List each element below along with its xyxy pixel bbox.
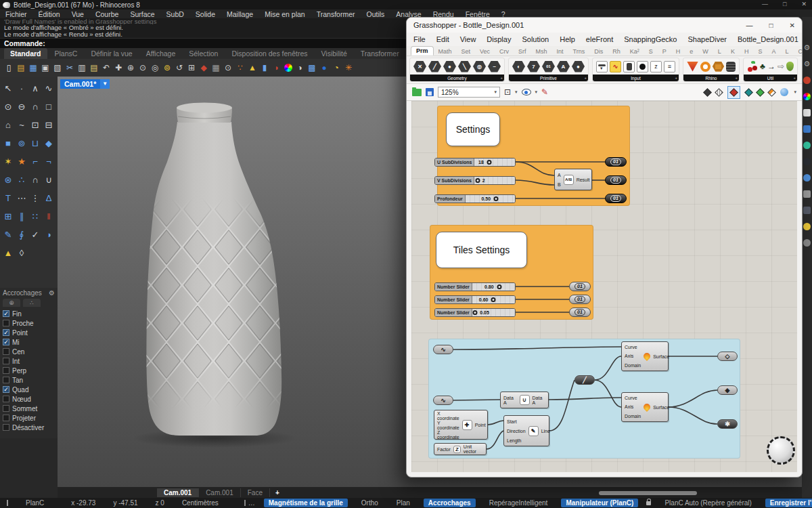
toolbar-icon[interactable]: ⊞: [187, 63, 196, 72]
unit-vector-component[interactable]: Factor Z Unit vector: [434, 443, 487, 455]
zoom-level-dropdown[interactable]: 125% ▾: [438, 87, 500, 98]
snap-checkbox[interactable]: [3, 377, 9, 383]
sketch-tool-icon[interactable]: ✎: [541, 87, 548, 97]
viewport-tab[interactable]: Cam.001: [199, 488, 241, 497]
tool-icon[interactable]: ↖: [1, 79, 15, 98]
snap-checkbox[interactable]: [3, 405, 9, 412]
gh-category-tab[interactable]: Ka²: [625, 47, 644, 56]
tool-icon[interactable]: ¬: [42, 152, 55, 171]
rhino-toolbar-tab[interactable]: PlansC: [49, 48, 84, 59]
component-icon[interactable]: [726, 62, 736, 72]
shaded-gem-selected[interactable]: [727, 86, 740, 99]
input-domain[interactable]: Domain: [625, 363, 641, 368]
status-button[interactable]: Magnétisme de la grille: [264, 499, 348, 507]
component-icon[interactable]: ≡: [664, 61, 675, 72]
rhino-menu-item[interactable]: Mise en plan: [265, 10, 305, 18]
tool-icon[interactable]: □: [42, 98, 55, 116]
gh-category-tab[interactable]: Rh: [608, 47, 625, 56]
status-button[interactable]: Manipulateur (PlanC): [561, 499, 638, 507]
layer-color-swatch[interactable]: [244, 500, 246, 506]
toolbar-icon[interactable]: ▦: [28, 63, 38, 72]
gh-category-tab[interactable]: W: [698, 47, 713, 56]
rhino-menu-item[interactable]: Courbe: [95, 10, 118, 18]
toolbar-icon[interactable]: ▧: [53, 63, 62, 72]
gh-category-tab[interactable]: Msh: [531, 47, 552, 56]
tool-icon[interactable]: ~: [15, 116, 28, 134]
chevron-down-icon[interactable]: ▼: [100, 79, 110, 89]
component-icon[interactable]: ╲: [458, 61, 471, 72]
tool-icon[interactable]: ◆: [42, 134, 55, 152]
output-surface[interactable]: Surface: [652, 342, 672, 371]
toolbar-icon[interactable]: ✚: [114, 63, 123, 72]
gh-category-tab[interactable]: A: [767, 47, 780, 56]
toolbar-icon[interactable]: ∵: [235, 63, 245, 72]
panel-tab-icon[interactable]: [803, 174, 811, 182]
panel-toggle-icon[interactable]: [7, 500, 8, 506]
tool-icon[interactable]: ✓: [28, 226, 42, 244]
curve-param-pill[interactable]: ∿: [433, 345, 453, 354]
open-file-icon[interactable]: [412, 89, 422, 96]
slider-knob[interactable]: [494, 196, 499, 201]
toolbar-icon[interactable]: ◑: [295, 63, 304, 72]
gh-category-tab[interactable]: e: [685, 47, 698, 56]
tool-icon[interactable]: [28, 244, 42, 262]
number-param-pill[interactable]: 01: [569, 282, 591, 291]
tool-icon[interactable]: ✶: [1, 152, 15, 171]
ribbon-group-label[interactable]: Rhino: [683, 75, 739, 81]
panel-tab-icon[interactable]: [803, 190, 811, 198]
input-z[interactable]: Z coordinate: [437, 430, 459, 440]
tool-icon[interactable]: ⊚: [15, 134, 28, 152]
snap-checkbox[interactable]: ✓: [3, 339, 9, 345]
panel-tab-icon[interactable]: [803, 77, 811, 84]
component-icon[interactable]: ∿: [610, 61, 621, 72]
preview-eye-icon[interactable]: [522, 89, 531, 96]
gh-menu-item[interactable]: File: [413, 35, 426, 43]
line-sdl-component[interactable]: Start Direction Length ✎ Line: [503, 415, 549, 446]
component-icon[interactable]: ~: [488, 61, 501, 72]
toolbar-icon[interactable]: ◗: [272, 63, 281, 72]
tool-icon[interactable]: ★: [15, 152, 28, 171]
number-param-pill[interactable]: 01: [569, 308, 591, 317]
tool-icon[interactable]: ∷: [28, 207, 42, 226]
tool-icon[interactable]: ⊛: [1, 171, 15, 189]
gh-minimize-button[interactable]: —: [746, 22, 753, 29]
input-axis[interactable]: Axis: [625, 354, 641, 358]
gh-maximize-button[interactable]: □: [769, 22, 773, 29]
rhino-toolbar-tab[interactable]: Visibilité: [315, 48, 353, 59]
tool-icon[interactable]: ‖: [42, 207, 55, 226]
osnap-tab-icon[interactable]: ⊕: [3, 299, 20, 307]
gh-category-tab[interactable]: Int: [552, 47, 568, 56]
gear-icon[interactable]: ⚙: [49, 289, 55, 297]
surface-param-pill[interactable]: ◇: [717, 352, 738, 361]
toolbar-icon[interactable]: ↶: [102, 63, 111, 72]
component-icon[interactable]: [747, 61, 758, 72]
status-button[interactable]: RepérageIntelligent: [484, 499, 553, 507]
rhino-menu-item[interactable]: Outils: [366, 10, 384, 18]
gh-close-button[interactable]: ✕: [790, 22, 795, 29]
component-icon[interactable]: z: [650, 61, 662, 72]
tool-icon[interactable]: ✎: [1, 226, 15, 244]
tool-icon[interactable]: ⊟: [42, 116, 55, 134]
horizontal-scrollbar[interactable]: [599, 491, 697, 495]
display-sphere-icon[interactable]: [780, 88, 788, 96]
gem-icon[interactable]: [768, 88, 777, 97]
line-param-pill[interactable]: ╱: [574, 375, 595, 385]
toolbar-icon[interactable]: ▲: [248, 63, 257, 72]
rhino-close-button[interactable]: ✕: [801, 1, 807, 7]
gh-menu-item[interactable]: eleFront: [586, 35, 613, 43]
output-surface[interactable]: Surface: [652, 393, 672, 421]
surface-param-pill[interactable]: ◈: [717, 385, 738, 395]
rhino-menu-item[interactable]: Vue: [72, 10, 84, 18]
panel-tab-icon[interactable]: [803, 142, 811, 149]
toolbar-icon[interactable]: ⊕: [126, 63, 135, 72]
gh-category-tab[interactable]: Trns: [568, 47, 590, 56]
slider-v-subdivisions[interactable]: V SubDivisions2: [434, 176, 516, 185]
ribbon-group-label[interactable]: Input: [593, 75, 679, 81]
settings-panel[interactable]: Settings: [446, 112, 500, 146]
toolbar-icon[interactable]: ▤: [16, 63, 26, 72]
toolbar-icon[interactable]: ▦: [211, 63, 221, 72]
component-icon[interactable]: ◎: [473, 61, 486, 72]
status-cplane[interactable]: PlanC: [26, 499, 44, 507]
grasshopper-title-bar[interactable]: Grasshopper - Bottle_Design.001 — □ ✕: [407, 18, 802, 33]
gh-category-tab[interactable]: K: [726, 47, 740, 56]
